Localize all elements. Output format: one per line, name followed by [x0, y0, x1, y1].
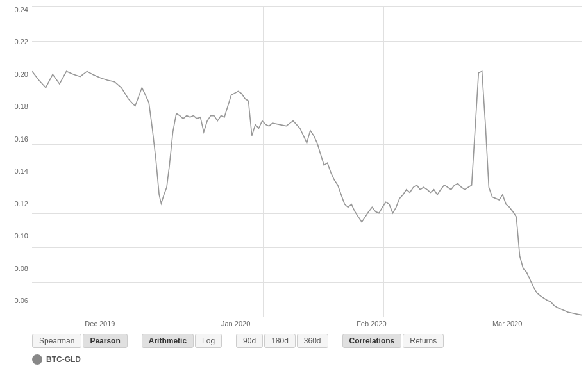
x-axis-labels: Dec 2019 Jan 2020 Feb 2020 Mar 2020 [32, 317, 582, 327]
return-type-group: Arithmetic Log [142, 334, 222, 348]
y-label-014: 0.14 [15, 168, 28, 175]
x-label-feb: Feb 2020 [304, 320, 440, 327]
legend-label-btc-gld: BTC-GLD [46, 355, 81, 364]
y-label-022: 0.22 [15, 38, 28, 45]
correlation-type-group: Spearman Pearson [32, 334, 128, 348]
360d-button[interactable]: 360d [297, 334, 328, 348]
y-label-010: 0.10 [15, 233, 28, 240]
x-label-dec: Dec 2019 [32, 320, 168, 327]
chart-line-svg [32, 6, 582, 317]
returns-button[interactable]: Returns [403, 334, 444, 348]
180d-button[interactable]: 180d [264, 334, 296, 348]
chart-container: 0.24 0.22 0.20 0.18 0.16 0.14 0.12 0.10 … [0, 0, 588, 371]
legend-dot-btc-gld [32, 354, 42, 365]
y-label-020: 0.20 [15, 71, 28, 78]
view-type-group: Correlations Returns [342, 334, 444, 348]
y-label-024: 0.24 [15, 6, 28, 13]
y-label-016: 0.16 [15, 136, 28, 143]
y-label-012: 0.12 [15, 201, 28, 208]
y-label-006: 0.06 [15, 297, 28, 304]
spearman-button[interactable]: Spearman [32, 334, 81, 348]
y-label-008: 0.08 [15, 265, 28, 272]
90d-button[interactable]: 90d [236, 334, 263, 348]
y-axis: 0.24 0.22 0.20 0.18 0.16 0.14 0.12 0.10 … [0, 6, 32, 317]
x-label-jan: Jan 2020 [168, 320, 304, 327]
arithmetic-button[interactable]: Arithmetic [142, 334, 194, 348]
correlations-button[interactable]: Correlations [342, 334, 402, 348]
chart-plot [32, 6, 582, 317]
pearson-button[interactable]: Pearson [83, 334, 127, 348]
chart-area: 0.24 0.22 0.20 0.18 0.16 0.14 0.12 0.10 … [0, 6, 582, 317]
period-group: 90d 180d 360d [236, 334, 328, 348]
y-label-018: 0.18 [15, 103, 28, 110]
x-label-mar: Mar 2020 [439, 320, 575, 327]
controls: Spearman Pearson Arithmetic Log 90d 180d… [0, 327, 582, 352]
log-button[interactable]: Log [195, 334, 222, 348]
legend: BTC-GLD [0, 352, 582, 365]
